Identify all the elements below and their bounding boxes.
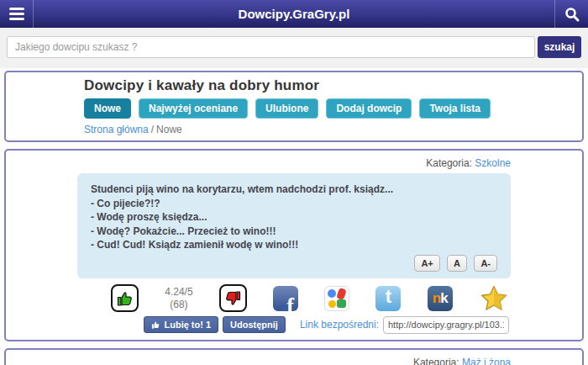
rating-share-icons-row: 4.24/5 (68) f t nk [77, 284, 511, 313]
app-title: Dowcipy.GraGry.pl [0, 0, 588, 28]
nav-button-ulubione[interactable]: Ulubione [255, 98, 318, 119]
rating-votes: (68) [165, 299, 192, 311]
rating-score: 4.24/5 [165, 286, 192, 299]
top-bar: Dowcipy.GraGry.pl [0, 0, 588, 28]
nk-share-icon[interactable]: nk [428, 286, 453, 311]
joke-card-1: Kategoria: Szkolne Studenci piją wino na… [4, 149, 584, 341]
menu-button[interactable] [0, 0, 34, 28]
direct-link-label: Link bezpośredni: [300, 319, 379, 331]
rating-value: 4.24/5 (68) [165, 286, 192, 311]
nav-button-nowe[interactable]: Nowe [84, 98, 131, 119]
google-share-icon[interactable] [324, 286, 349, 311]
thumb-up-icon [115, 288, 135, 309]
breadcrumb-home-link[interactable]: Strona główna [84, 124, 149, 135]
search-bar: szukaj [0, 28, 588, 68]
nav-buttons: Nowe Najwyżej oceniane Ulubione Dodaj do… [84, 98, 511, 119]
page-title: Dowcipy i kawały na dobry humor [84, 77, 511, 94]
search-submit-button[interactable]: szukaj [538, 36, 581, 58]
category-label: Kategoria: [413, 357, 459, 365]
font-increase-button[interactable]: A+ [414, 255, 439, 272]
category-link-szkolne[interactable]: Szkolne [475, 157, 511, 169]
joke-card-2: Kategoria: Mąż i żona Pewnego wieczoru l… [4, 348, 584, 365]
breadcrumb-current: Nowe [156, 124, 182, 135]
search-input[interactable] [7, 36, 535, 58]
fb-like-button[interactable]: Lubię to! 1 [144, 316, 218, 333]
favorite-star-icon[interactable] [479, 284, 509, 313]
fb-share-button[interactable]: Udostępnij [223, 316, 286, 333]
category-link-maz-i-zona[interactable]: Mąż i żona [462, 357, 511, 365]
twitter-share-icon[interactable]: t [375, 286, 401, 311]
font-decrease-button[interactable]: A- [474, 255, 497, 272]
search-icon [564, 6, 580, 23]
breadcrumb: Strona główna/Nowe [84, 124, 511, 135]
joke-line: - Cud! Cud! Ksiądz zamienił wodę w wino!… [91, 238, 497, 252]
vote-up-button[interactable] [111, 284, 139, 312]
direct-link-input[interactable] [383, 316, 509, 334]
joke-line: - Wodę proszę księdza... [91, 210, 497, 225]
category-label: Kategoria: [426, 157, 472, 169]
joke-text-box: Studenci piją wino na korytarzu, wtem na… [77, 173, 511, 278]
fb-like-label: Lubię to! 1 [164, 320, 211, 330]
font-size-controls: A+ A A- [91, 252, 497, 273]
hamburger-menu-icon [9, 8, 24, 20]
nav-button-dodaj-dowcip[interactable]: Dodaj dowcip [326, 98, 412, 119]
category-line: Kategoria: Szkolne [77, 157, 511, 169]
facebook-actions-row: Lubię to! 1 Udostępnij Link bezpośredni: [77, 316, 511, 334]
search-toggle-button[interactable] [554, 0, 588, 28]
breadcrumb-separator: / [151, 124, 154, 135]
page-header-card: Dowcipy i kawały na dobry humor Nowe Naj… [4, 71, 584, 142]
category-line: Kategoria: Mąż i żona [77, 357, 511, 365]
nav-button-twoja-lista[interactable]: Twoja lista [419, 98, 490, 119]
thumb-down-icon [223, 288, 243, 309]
font-normal-button[interactable]: A [447, 255, 467, 272]
joke-line: - Co pijecie?!? [91, 197, 497, 211]
nav-button-najwyzej-oceniane[interactable]: Najwyżej oceniane [139, 98, 248, 119]
like-thumb-icon [151, 320, 160, 330]
joke-line: Studenci piją wino na korytarzu, wtem na… [91, 182, 497, 197]
facebook-share-icon[interactable]: f [273, 286, 298, 311]
joke-line: - Wodę? Pokażcie... Przecież to wino!!! [91, 225, 497, 239]
vote-down-button[interactable] [219, 284, 247, 312]
